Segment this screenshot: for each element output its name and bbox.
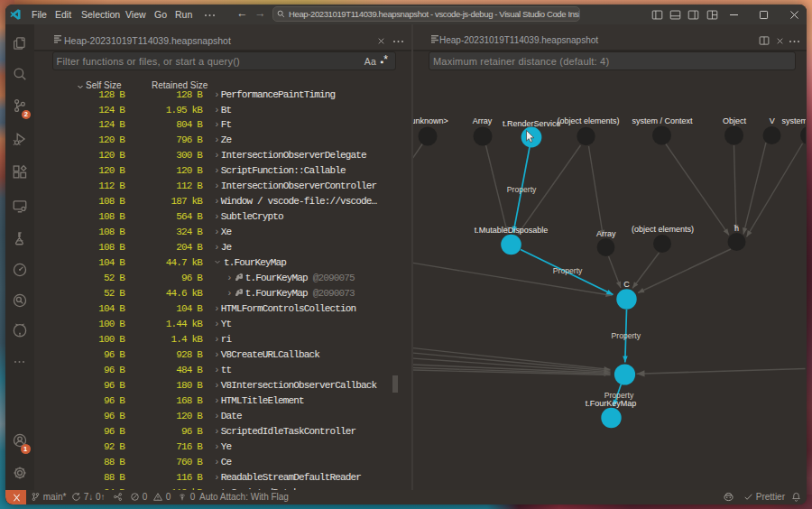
svg-text:Property: Property	[506, 185, 536, 194]
svg-text:t.RenderService: t.RenderService	[502, 119, 560, 128]
svg-text:Property: Property	[552, 266, 582, 275]
svg-text:Array: Array	[472, 116, 492, 125]
svg-text:Property: Property	[611, 331, 641, 340]
svg-text:Object: Object	[722, 116, 746, 125]
svg-text:system / C: system / C	[781, 116, 806, 125]
svg-text:<unknown>: <unknown>	[413, 116, 448, 125]
svg-text:C: C	[623, 280, 630, 289]
svg-text:t.FourKeyMap: t.FourKeyMap	[585, 399, 636, 408]
svg-text:system / Context: system / Context	[632, 116, 693, 125]
svg-text:(object elements): (object elements)	[557, 116, 619, 125]
svg-text:Property: Property	[604, 391, 633, 400]
svg-text:V: V	[769, 116, 774, 125]
svg-text:Array: Array	[596, 229, 616, 238]
svg-text:h: h	[734, 224, 738, 233]
svg-text:t.MutableDisposable: t.MutableDisposable	[474, 226, 548, 235]
svg-text:(object elements): (object elements)	[631, 225, 693, 234]
